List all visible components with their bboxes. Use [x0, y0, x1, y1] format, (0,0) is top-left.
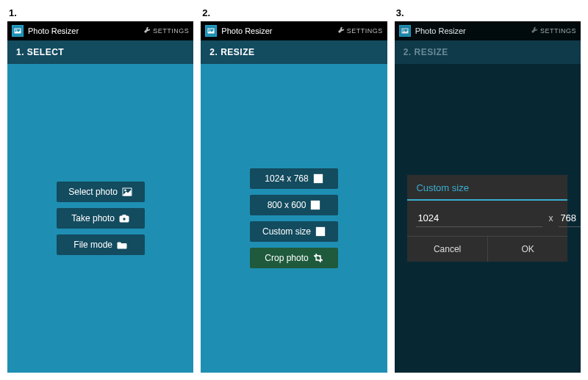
custom-size-dialog: Custom size x Cancel OK: [407, 175, 567, 262]
dialog-actions: Cancel OK: [407, 236, 567, 262]
wrench-icon: [143, 26, 151, 35]
settings-link[interactable]: SETTINGS: [337, 26, 383, 35]
expand-icon: [315, 226, 326, 237]
crop-photo-button[interactable]: Crop photo: [250, 248, 338, 268]
wrench-icon: [337, 26, 345, 35]
phone-1: Photo Resizer SETTINGS 1. SELECT Select …: [7, 21, 193, 373]
phone-2: Photo Resizer SETTINGS 2. RESIZE 1024 x …: [201, 21, 387, 373]
size-800-label: 800 x 600: [268, 200, 306, 210]
app-title: Photo Resizer: [28, 26, 79, 35]
svg-point-6: [123, 218, 126, 221]
ok-button[interactable]: OK: [488, 237, 567, 262]
panel-2-content: 1024 x 768 800 x 600 Custom size Crop ph…: [201, 64, 387, 373]
take-photo-button[interactable]: Take photo: [57, 208, 145, 229]
expand-icon: [313, 173, 323, 184]
step-header: 2. RESIZE: [395, 40, 581, 64]
panel-2-label: 2.: [201, 7, 387, 18]
panel-1-content: Select photo Take photo File mode: [7, 64, 193, 373]
size-1024-button[interactable]: 1024 x 768: [250, 168, 338, 189]
size-1024-label: 1024 x 768: [265, 173, 308, 184]
titlebar: Photo Resizer SETTINGS: [201, 21, 387, 40]
app-title: Photo Resizer: [415, 26, 466, 35]
panel-3-content: Custom size Crop photo Custom size x Can…: [395, 64, 581, 373]
file-mode-button[interactable]: File mode: [57, 234, 145, 255]
svg-point-1: [16, 29, 18, 31]
app-icon: [205, 25, 217, 37]
panel-1: 1. Photo Resizer SETTINGS 1. SELECT Sele…: [7, 7, 193, 373]
titlebar: Photo Resizer SETTINGS: [395, 21, 581, 40]
camera-icon: [119, 213, 129, 223]
panel-3-label: 3.: [395, 7, 581, 18]
titlebar: Photo Resizer SETTINGS: [7, 21, 193, 40]
x-separator: x: [548, 213, 553, 223]
dialog-body: x: [407, 201, 567, 236]
settings-label: SETTINGS: [540, 27, 576, 35]
select-photo-label: Select photo: [68, 187, 118, 197]
custom-size-button[interactable]: Custom size: [250, 221, 338, 242]
width-input[interactable]: [416, 209, 542, 227]
modal-overlay: Custom size x Cancel OK: [395, 64, 581, 373]
svg-point-3: [125, 190, 126, 191]
panel-1-label: 1.: [7, 7, 193, 18]
phone-3: Photo Resizer SETTINGS 2. RESIZE Custom …: [395, 21, 581, 373]
svg-rect-5: [123, 215, 126, 217]
file-mode-label: File mode: [74, 240, 112, 250]
dialog-title: Custom size: [407, 175, 567, 201]
custom-size-label: Custom size: [262, 226, 311, 237]
panel-3: 3. Photo Resizer SETTINGS 2. RESIZE Cust…: [395, 7, 581, 373]
panel-2: 2. Photo Resizer SETTINGS 2. RESIZE 1024…: [201, 7, 387, 373]
settings-link[interactable]: SETTINGS: [531, 26, 576, 35]
take-photo-label: Take photo: [71, 213, 115, 223]
cancel-button[interactable]: Cancel: [407, 237, 487, 262]
settings-link[interactable]: SETTINGS: [143, 26, 189, 35]
step-header: 2. RESIZE: [201, 40, 387, 64]
settings-label: SETTINGS: [347, 27, 383, 35]
app-icon: [12, 25, 24, 37]
settings-label: SETTINGS: [153, 27, 189, 35]
select-photo-button[interactable]: Select photo: [57, 182, 145, 202]
crop-icon: [313, 253, 323, 263]
app-icon: [399, 25, 411, 37]
svg-point-13: [403, 29, 404, 31]
step-header: 1. SELECT: [7, 40, 193, 64]
height-input[interactable]: [559, 209, 581, 227]
wrench-icon: [531, 26, 538, 35]
expand-icon: [310, 200, 320, 210]
image-icon: [122, 187, 132, 197]
svg-point-8: [209, 29, 211, 31]
app-title: Photo Resizer: [221, 26, 272, 35]
crop-photo-label: Crop photo: [265, 253, 308, 263]
folder-icon: [117, 240, 127, 250]
size-800-button[interactable]: 800 x 600: [250, 195, 338, 215]
